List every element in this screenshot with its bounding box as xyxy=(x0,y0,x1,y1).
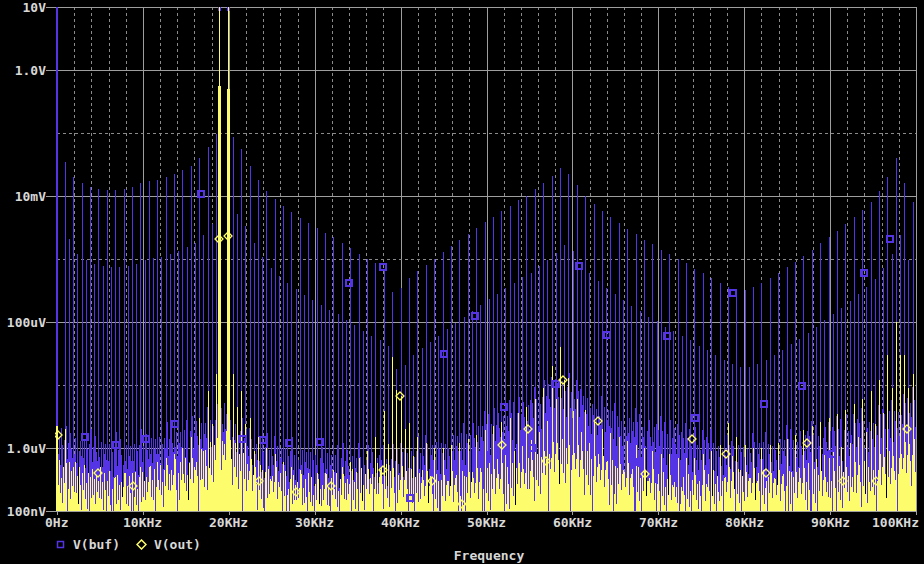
probe-fft-window: 10V1.0V10mV100uV1.0uV100nV0Hz10KHz20KHz3… xyxy=(0,0,924,564)
x-tick-label: 40KHz xyxy=(381,516,420,529)
legend-item-vbuf[interactable]: V(buf) xyxy=(56,537,120,552)
trace-legend: V(buf) V(out) xyxy=(56,537,217,552)
y-tick-label: 10mV xyxy=(0,190,46,203)
y-tick-label: 100nV xyxy=(0,505,46,518)
vout-diamond-marker-icon xyxy=(136,539,147,550)
x-tick-label: 0Hz xyxy=(45,516,68,529)
legend-label-vbuf: V(buf) xyxy=(73,537,120,552)
x-tick-label: 30KHz xyxy=(295,516,334,529)
x-tick-label: 20KHz xyxy=(209,516,248,529)
x-tick-label: 90KHz xyxy=(811,516,850,529)
x-tick-label: 70KHz xyxy=(639,516,678,529)
y-tick-label: 1.0V xyxy=(0,64,46,77)
y-tick-label: 1.0uV xyxy=(0,442,46,455)
legend-item-vout[interactable]: V(out) xyxy=(136,537,201,552)
x-tick-label: 10KHz xyxy=(123,516,162,529)
y-tick-label: 10V xyxy=(0,1,46,14)
x-tick-label: 50KHz xyxy=(467,516,506,529)
x-tick-label: 100KHz xyxy=(872,516,919,529)
fft-plot-area xyxy=(0,0,924,564)
x-tick-label: 60KHz xyxy=(553,516,592,529)
vbuf-square-marker-icon xyxy=(56,540,66,550)
x-axis-title: Frequency xyxy=(447,548,531,563)
x-tick-label: 80KHz xyxy=(725,516,764,529)
y-tick-label: 100uV xyxy=(0,316,46,329)
legend-label-vout: V(out) xyxy=(154,537,201,552)
